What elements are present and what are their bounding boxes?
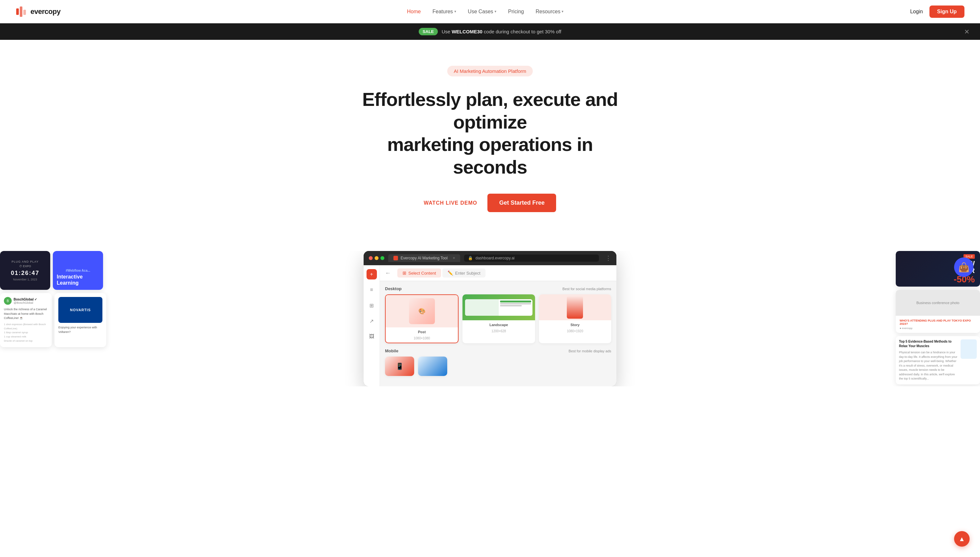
browser-dots bbox=[369, 256, 384, 260]
app-layout: + ≡ ⊞ ↗ 🖼 ← ⊞ bbox=[364, 265, 616, 386]
bosch-handle: @BoschGlobal bbox=[14, 301, 37, 305]
sidebar-new-btn[interactable]: + bbox=[366, 269, 377, 280]
features-chevron-icon: ▾ bbox=[454, 10, 456, 14]
novartis-text: Enjoying your experience with Voltaren? bbox=[58, 326, 103, 334]
article-text: Physical tension can be a hindrance in y… bbox=[899, 350, 958, 381]
tab-enter-subject[interactable]: ✏️ Enter Subject bbox=[443, 269, 485, 277]
logo[interactable]: evercopy bbox=[16, 6, 60, 18]
story-card[interactable]: Story 1080×1920 bbox=[539, 294, 611, 343]
article-text-section: Top 5 Evidence-Based Methods to Relax Yo… bbox=[899, 339, 958, 381]
hero-actions: WATCH LIVE DEMO Get Started Free bbox=[16, 194, 964, 212]
landscape-card-size: 1200×628 bbox=[462, 329, 535, 336]
watch-demo-button[interactable]: WATCH LIVE DEMO bbox=[424, 200, 477, 206]
mobile-card-1-icon: 📱 bbox=[396, 362, 404, 370]
mobile-card-1-img: 📱 bbox=[385, 357, 414, 376]
browser-menu-icon: ⋮ bbox=[605, 254, 611, 262]
sale-banner: SALE Use WELCOME30 code during checkout … bbox=[0, 23, 980, 40]
post-card-size: 1080×1080 bbox=[385, 337, 458, 343]
app-main: ← ⊞ Select Content ✏️ Enter Subject bbox=[380, 265, 616, 386]
resources-chevron-icon: ▾ bbox=[562, 10, 564, 14]
login-button[interactable]: Login bbox=[910, 9, 923, 15]
bosch-social-card: B BoschGlobal ✓ @BoschGlobal Unlock the … bbox=[0, 293, 52, 347]
nav-resources[interactable]: Resources ▾ bbox=[536, 9, 564, 15]
bosch-name: BoschGlobal ✓ bbox=[14, 298, 37, 301]
story-mock-img bbox=[567, 294, 583, 320]
sidebar-arrow-btn[interactable]: ↗ bbox=[366, 316, 377, 326]
address-bar: 🔒 dashboard.evercopy.ai bbox=[464, 254, 599, 262]
sale-badge: SALE bbox=[419, 28, 438, 35]
countdown-date: November 1, 2023 bbox=[13, 278, 37, 281]
story-card-size: 1080×1920 bbox=[539, 329, 611, 336]
article-card: Top 5 Evidence-Based Methods to Relax Yo… bbox=[896, 336, 980, 384]
novartis-img: NOVARTIS bbox=[58, 297, 103, 323]
nav-features[interactable]: Features ▾ bbox=[432, 9, 456, 15]
landscape-card-label: Landscape bbox=[462, 320, 535, 329]
landscape-card[interactable]: Landscape 1200×628 bbox=[462, 294, 535, 343]
mobile-badge: Best for mobile display ads bbox=[569, 349, 611, 353]
nav-home[interactable]: Home bbox=[407, 9, 421, 15]
nav-pricing[interactable]: Pricing bbox=[508, 9, 524, 15]
desktop-section-header: Desktop Best for social media platforms bbox=[385, 286, 611, 291]
mobile-card-2[interactable] bbox=[418, 357, 447, 376]
app-sidebar: + ≡ ⊞ ↗ 🖼 bbox=[364, 265, 380, 386]
desktop-section-title: Desktop bbox=[385, 286, 402, 291]
mobile-section-title: Mobile bbox=[385, 349, 398, 353]
landscape-card-img bbox=[462, 294, 535, 320]
nav-use-cases[interactable]: Use Cases ▾ bbox=[468, 9, 497, 15]
social-badge: Best for social media platforms bbox=[563, 287, 611, 291]
bosch-recipe: 1 shot espresso (Brewed with Bosch Coffe… bbox=[4, 322, 48, 343]
left-previews: PLUG AND PLAY ⏱ EXPO 01:26:47 November 1… bbox=[0, 251, 110, 347]
landscape-mock-img bbox=[462, 294, 535, 320]
get-started-button[interactable]: Get Started Free bbox=[487, 194, 556, 212]
browser-bar: Evercopy AI Marketing Tool + 🔒 dashboard… bbox=[364, 251, 616, 265]
browser-tab[interactable]: Evercopy AI Marketing Tool + bbox=[388, 254, 460, 262]
conference-img-text: Business conference photo bbox=[914, 298, 962, 307]
countdown-label: PLUG AND PLAY bbox=[11, 260, 39, 263]
sidebar-grid-btn[interactable]: ⊞ bbox=[366, 300, 377, 311]
hero-section: AI Marketing Automation Platform Effortl… bbox=[0, 40, 980, 251]
mobile-section-header: Mobile Best for mobile display ads bbox=[385, 349, 611, 353]
hero-badge: AI Marketing Automation Platform bbox=[447, 66, 532, 77]
svg-rect-1 bbox=[20, 7, 22, 17]
nav-actions: Login Sign Up bbox=[910, 5, 964, 18]
edit-icon: ✏️ bbox=[448, 270, 453, 275]
handbag-circle: 👜 bbox=[954, 257, 973, 277]
post-card[interactable]: 🎨 Post 1080×1080 bbox=[385, 294, 459, 343]
browser-dot-red bbox=[369, 256, 373, 260]
mobile-card-2-img bbox=[418, 357, 447, 376]
post-card-img: 🎨 bbox=[385, 295, 458, 327]
signup-button[interactable]: Sign Up bbox=[929, 5, 964, 18]
browser-mockup: Evercopy AI Marketing Tool + 🔒 dashboard… bbox=[364, 251, 616, 386]
novartis-card: NOVARTIS Enjoying your experience with V… bbox=[54, 293, 106, 347]
left-top-cards: PLUG AND PLAY ⏱ EXPO 01:26:47 November 1… bbox=[0, 251, 110, 290]
bosch-avatar: B bbox=[4, 297, 11, 305]
article-card-body: Top 5 Evidence-Based Methods to Relax Yo… bbox=[896, 336, 980, 384]
svg-rect-0 bbox=[16, 8, 19, 15]
browser-content: Desktop Best for social media platforms … bbox=[380, 281, 616, 386]
tab-add-icon: + bbox=[453, 256, 455, 261]
bosch-text: Unlock the richness of a Caramel Macchia… bbox=[4, 307, 48, 321]
browser-tab-label: Evercopy AI Marketing Tool bbox=[400, 256, 448, 261]
tab-select-content[interactable]: ⊞ Select Content bbox=[397, 269, 441, 277]
navbar: evercopy Home Features ▾ Use Cases ▾ Pri… bbox=[0, 0, 980, 23]
sidebar-layers-btn[interactable]: ≡ bbox=[366, 285, 377, 295]
nav-links: Home Features ▾ Use Cases ▾ Pricing Reso… bbox=[407, 9, 564, 15]
dashboard-section: PLUG AND PLAY ⏱ EXPO 01:26:47 November 1… bbox=[0, 251, 980, 386]
story-card-label: Story bbox=[539, 320, 611, 329]
article-thumb bbox=[960, 339, 977, 359]
lock-icon: 🔒 bbox=[468, 256, 473, 261]
mobile-card-1[interactable]: 📱 bbox=[385, 357, 414, 376]
use-cases-chevron-icon: ▾ bbox=[495, 10, 497, 14]
sale-card-img: SALE NEWYEAR -50% 👜 bbox=[896, 251, 980, 287]
post-card-label: Post bbox=[385, 327, 458, 337]
back-arrow-icon[interactable]: ← bbox=[385, 270, 391, 277]
toolbar-tabs: ⊞ Select Content ✏️ Enter Subject bbox=[397, 269, 611, 277]
grid-icon: ⊞ bbox=[402, 270, 407, 275]
sale-close-button[interactable]: ✕ bbox=[964, 28, 970, 36]
sidebar-image-btn[interactable]: 🖼 bbox=[366, 331, 377, 342]
conference-tags: ● evercopy bbox=[900, 327, 976, 330]
article-title: Top 5 Evidence-Based Methods to Relax Yo… bbox=[899, 339, 958, 349]
webflow-card: #Webflow Aca... Interactive Learning bbox=[53, 251, 103, 290]
browser-dot-green bbox=[381, 256, 384, 260]
webflow-title: Interactive Learning bbox=[57, 274, 99, 286]
